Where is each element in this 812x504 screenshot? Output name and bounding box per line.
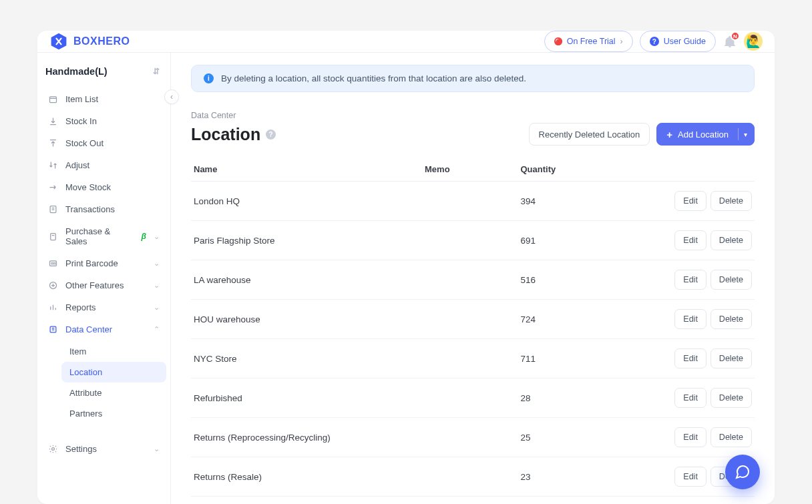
main-content: i By deleting a location, all stock quan… bbox=[171, 53, 775, 504]
sidebar-item-label: Stock Out bbox=[65, 138, 104, 148]
edit-button[interactable]: Edit bbox=[674, 309, 706, 329]
page-title-text: Location bbox=[191, 125, 260, 144]
sidebar-item-move-stock[interactable]: Move Stock bbox=[41, 177, 166, 198]
add-location-button[interactable]: + Add Location ▾ bbox=[656, 123, 755, 146]
edit-button[interactable]: Edit bbox=[674, 270, 706, 290]
sidebar-item-adjust[interactable]: Adjust bbox=[41, 155, 166, 176]
cell-actions: EditDelete bbox=[642, 300, 755, 339]
edit-button[interactable]: Edit bbox=[674, 388, 706, 408]
sidebar-item-transactions[interactable]: Transactions bbox=[41, 199, 166, 220]
cell-quantity: 23 bbox=[518, 457, 642, 497]
body: ‹ Handmade(L) ⇵ Item List Stock In Stock… bbox=[37, 53, 775, 504]
edit-button[interactable]: Edit bbox=[674, 230, 706, 250]
sidebar-item-settings[interactable]: Settings ⌄ bbox=[41, 439, 166, 459]
delete-button[interactable]: Delete bbox=[710, 230, 752, 250]
cell-quantity: 691 bbox=[518, 221, 642, 260]
locations-table: Name Memo Quantity London HQ394EditDelet… bbox=[191, 158, 755, 497]
brand-logo[interactable]: BOXHERO bbox=[49, 32, 130, 51]
sidebar-item-purchase-sales[interactable]: Purchase & Sales β ⌄ bbox=[41, 221, 166, 252]
cell-memo bbox=[422, 379, 518, 418]
brand-text: BOXHERO bbox=[73, 35, 130, 47]
cell-quantity: 516 bbox=[518, 260, 642, 300]
cell-quantity: 25 bbox=[518, 418, 642, 457]
svg-rect-3 bbox=[51, 233, 56, 240]
col-name: Name bbox=[191, 158, 422, 182]
help-chat-button[interactable] bbox=[725, 455, 760, 489]
collapse-sidebar-button[interactable]: ‹ bbox=[164, 89, 179, 104]
chevron-right-icon: › bbox=[620, 37, 623, 46]
delete-button[interactable]: Delete bbox=[710, 348, 752, 368]
edit-button[interactable]: Edit bbox=[674, 348, 706, 368]
workspace-name: Handmade(L) bbox=[45, 66, 108, 77]
subnav-attribute[interactable]: Attribute bbox=[61, 383, 166, 403]
sidebar-item-stock-in[interactable]: Stock In bbox=[41, 111, 166, 132]
page-header: Location ? Recently Deleted Location + A… bbox=[191, 123, 755, 146]
help-tooltip-icon[interactable]: ? bbox=[266, 130, 276, 140]
sidebar-item-other-features[interactable]: Other Features ⌄ bbox=[41, 275, 166, 296]
sidebar-item-print-barcode[interactable]: Print Barcode ⌄ bbox=[41, 253, 166, 274]
beta-badge: β bbox=[142, 232, 146, 241]
cell-actions: EditDelete bbox=[642, 221, 755, 260]
delete-button[interactable]: Delete bbox=[710, 427, 752, 447]
chevron-down-icon: ⌄ bbox=[154, 232, 160, 241]
breadcrumb: Data Center bbox=[191, 111, 755, 120]
sidebar-item-label: Reports bbox=[65, 302, 96, 312]
cell-name: Refurbished bbox=[191, 379, 422, 418]
arrow-right-icon bbox=[48, 182, 58, 192]
chevron-down-icon: ⌄ bbox=[154, 259, 160, 268]
sort-icon: ⇵ bbox=[153, 67, 160, 76]
sidebar-item-label: Move Stock bbox=[65, 182, 111, 192]
notifications-button[interactable]: N bbox=[723, 34, 737, 49]
subnav-partners[interactable]: Partners bbox=[61, 403, 166, 424]
document-icon bbox=[48, 232, 58, 242]
sidebar-item-stock-out[interactable]: Stock Out bbox=[41, 133, 166, 154]
page-actions: Recently Deleted Location + Add Location… bbox=[529, 123, 755, 146]
avatar[interactable]: 🙋‍♂️ bbox=[744, 32, 763, 51]
chart-bar-icon bbox=[48, 302, 58, 312]
edit-button[interactable]: Edit bbox=[674, 427, 706, 447]
delete-button[interactable]: Delete bbox=[710, 388, 752, 408]
trial-button[interactable]: On Free Trial › bbox=[544, 31, 633, 52]
cell-memo bbox=[422, 300, 518, 339]
notification-badge: N bbox=[731, 31, 740, 41]
subnav-item[interactable]: Item bbox=[61, 341, 166, 362]
cell-actions: EditDelete bbox=[642, 379, 755, 418]
delete-button[interactable]: Delete bbox=[710, 270, 752, 290]
cell-name: NYC Store bbox=[191, 339, 422, 379]
cell-actions: EditDelete bbox=[642, 418, 755, 457]
sidebar-item-label: Stock In bbox=[65, 116, 97, 126]
sidebar-item-data-center[interactable]: Data Center ⌃ bbox=[41, 319, 166, 340]
user-guide-label: User Guide bbox=[664, 37, 706, 46]
data-center-submenu: Item Location Attribute Partners bbox=[41, 341, 166, 424]
recently-deleted-button[interactable]: Recently Deleted Location bbox=[529, 123, 650, 146]
user-guide-button[interactable]: ? User Guide bbox=[640, 31, 716, 52]
upload-icon bbox=[48, 138, 58, 148]
delete-button[interactable]: Delete bbox=[710, 191, 752, 211]
edit-button[interactable]: Edit bbox=[674, 191, 706, 211]
cell-name: HOU warehouse bbox=[191, 300, 422, 339]
sidebar-item-label: Settings bbox=[65, 444, 97, 454]
subnav-location[interactable]: Location bbox=[61, 362, 166, 383]
svg-rect-1 bbox=[50, 97, 57, 103]
download-icon bbox=[48, 116, 58, 126]
divider bbox=[738, 128, 739, 140]
edit-button[interactable]: Edit bbox=[674, 467, 706, 487]
cell-memo bbox=[422, 221, 518, 260]
cell-quantity: 711 bbox=[518, 339, 642, 379]
chevron-up-icon: ⌃ bbox=[154, 325, 160, 334]
sidebar-item-item-list[interactable]: Item List bbox=[41, 89, 166, 109]
table-row: HOU warehouse724EditDelete bbox=[191, 300, 755, 339]
delete-button[interactable]: Delete bbox=[710, 309, 752, 329]
table-row: London HQ394EditDelete bbox=[191, 182, 755, 221]
trial-label: On Free Trial bbox=[567, 37, 616, 46]
table-row: Returns (Resale)23EditDelete bbox=[191, 457, 755, 497]
cell-name: LA warehouse bbox=[191, 260, 422, 300]
box-icon bbox=[48, 94, 58, 104]
chat-icon bbox=[735, 464, 751, 480]
sidebar-item-reports[interactable]: Reports ⌄ bbox=[41, 297, 166, 318]
workspace-switcher[interactable]: Handmade(L) ⇵ bbox=[41, 62, 166, 89]
cell-memo bbox=[422, 260, 518, 300]
plus-icon: + bbox=[666, 129, 672, 140]
logo-hexagon-icon bbox=[49, 32, 68, 51]
barcode-icon bbox=[48, 258, 58, 268]
